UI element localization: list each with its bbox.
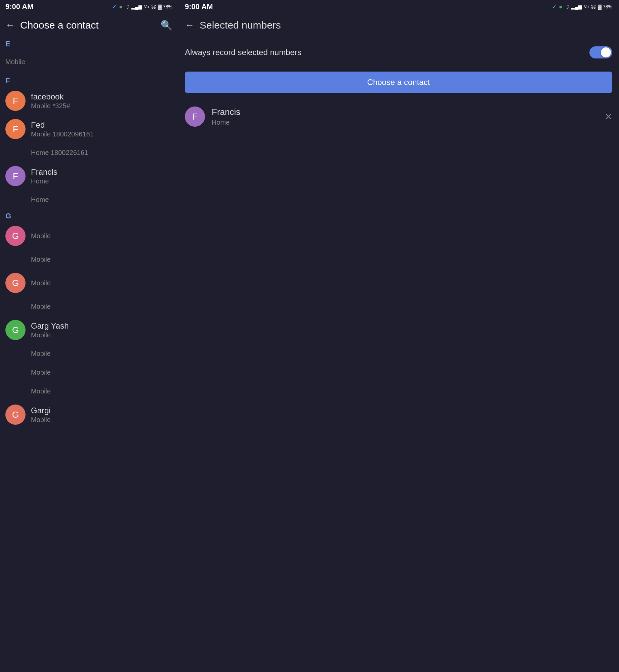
section-g: G (0, 209, 178, 222)
contact-detail: Mobile (31, 416, 51, 424)
contact-name: Garg Yash (31, 321, 69, 331)
contact-name: Francis (31, 167, 57, 177)
right-header: ← Selected numbers (178, 13, 619, 37)
contact-detail: Mobile *325# (31, 102, 70, 110)
verified-icon: ✓ (112, 3, 117, 10)
contact-sub-detail: Mobile (31, 256, 51, 263)
contact-detail: Mobile (31, 232, 51, 240)
right-status-time: 9:00 AM (185, 2, 213, 11)
selected-contact-name: Francis (212, 107, 598, 117)
list-item[interactable]: Mobile (0, 50, 178, 74)
selected-contact-avatar: F (185, 107, 205, 127)
remove-contact-button[interactable]: ✕ (605, 111, 612, 122)
contact-detail: Mobile (5, 58, 25, 66)
section-e: E (0, 37, 178, 50)
record-toggle[interactable] (589, 46, 612, 58)
signal-icon-right: ▂▄▆ (571, 4, 582, 9)
moon-icon-right: ☽ (565, 4, 569, 10)
avatar: F (5, 119, 26, 139)
contact-sub-detail: Mobile (31, 387, 51, 395)
list-item[interactable]: G Garg Yash Mobile (0, 316, 178, 344)
contact-detail: Mobile 18002096161 (31, 130, 94, 138)
right-status-bar: 9:00 AM ✓ ● ☽ ▂▄▆ Vo ⌘ ▓ 78% (178, 0, 619, 13)
whatsapp-icon: ● (119, 3, 123, 10)
right-panel: 9:00 AM ✓ ● ☽ ▂▄▆ Vo ⌘ ▓ 78% ← Selected … (178, 0, 619, 672)
left-header-title: Choose a contact (20, 19, 155, 31)
record-label: Always record selected numbers (185, 48, 301, 57)
list-item[interactable]: Mobile (0, 363, 178, 382)
list-item[interactable]: Mobile (0, 344, 178, 363)
left-header: ← Choose a contact 🔍 (0, 13, 178, 37)
contact-sub-detail: Home 1800226161 (31, 149, 88, 157)
avatar: G (5, 320, 26, 340)
list-item[interactable]: Mobile (0, 297, 178, 316)
avatar: G (5, 273, 26, 293)
avatar: G (5, 405, 26, 425)
list-item[interactable]: F facebook Mobile *325# (0, 87, 178, 115)
list-item[interactable]: F Fed Mobile 18002096161 (0, 115, 178, 143)
left-back-button[interactable]: ← (5, 20, 15, 31)
whatsapp-icon-right: ● (559, 3, 563, 10)
verified-icon-right: ✓ (552, 3, 557, 10)
contact-sub-detail: Home (31, 196, 49, 204)
contact-list: E Mobile F F facebook Mobile *325# F Fed… (0, 37, 178, 672)
volte-icon-right: Vo (584, 4, 589, 9)
wifi-icon-right: ⌘ (591, 4, 596, 10)
avatar: G (5, 226, 26, 246)
contact-name: Gargi (31, 406, 51, 415)
divider (185, 68, 612, 68)
selected-contact-item: F Francis Home ✕ (178, 101, 619, 132)
contact-sub-detail: Mobile (31, 350, 51, 358)
list-item[interactable]: Home 1800226161 (0, 143, 178, 162)
list-item[interactable]: Mobile (0, 250, 178, 269)
left-status-bar: 9:00 AM ✓ ● ☽ ▂▄▆ Vo ⌘ ▓ 78% (0, 0, 178, 13)
list-item[interactable]: Mobile (0, 382, 178, 401)
volte-icon: Vo (144, 4, 149, 9)
record-toggle-row: Always record selected numbers (178, 37, 619, 68)
toggle-knob (601, 47, 611, 57)
contact-detail: Mobile (31, 331, 69, 339)
choose-contact-button-label: Choose a contact (367, 78, 430, 87)
battery-icon-right: ▓ 78% (598, 4, 612, 9)
right-header-title: Selected numbers (200, 19, 281, 31)
contact-detail: Home (31, 177, 57, 185)
list-item[interactable]: G Gargi Mobile (0, 401, 178, 429)
signal-icon: ▂▄▆ (131, 4, 142, 9)
avatar: F (5, 91, 26, 111)
contact-detail: Mobile (31, 279, 51, 287)
list-item[interactable]: Home (0, 190, 178, 209)
left-search-button[interactable]: 🔍 (161, 20, 172, 31)
contact-sub-detail: Mobile (31, 369, 51, 376)
right-back-button[interactable]: ← (185, 20, 194, 31)
selected-contact-detail: Home (212, 119, 598, 126)
left-panel: 9:00 AM ✓ ● ☽ ▂▄▆ Vo ⌘ ▓ 78% ← Choose a … (0, 0, 178, 672)
contact-sub-detail: Mobile (31, 303, 51, 310)
left-status-icons: ✓ ● ☽ ▂▄▆ Vo ⌘ ▓ 78% (112, 3, 172, 10)
moon-icon: ☽ (125, 4, 129, 10)
wifi-icon: ⌘ (151, 4, 156, 10)
contact-name: facebook (31, 92, 70, 101)
list-item[interactable]: F Francis Home (0, 162, 178, 190)
section-f: F (0, 74, 178, 87)
list-item[interactable]: G Mobile (0, 269, 178, 297)
right-status-icons: ✓ ● ☽ ▂▄▆ Vo ⌘ ▓ 78% (552, 3, 612, 10)
battery-icon-left: ▓ 78% (158, 4, 172, 9)
contact-name: Fed (31, 120, 94, 130)
list-item[interactable]: G Mobile (0, 222, 178, 250)
avatar: F (5, 166, 26, 186)
left-status-time: 9:00 AM (5, 2, 34, 11)
choose-contact-button[interactable]: Choose a contact (185, 72, 612, 93)
